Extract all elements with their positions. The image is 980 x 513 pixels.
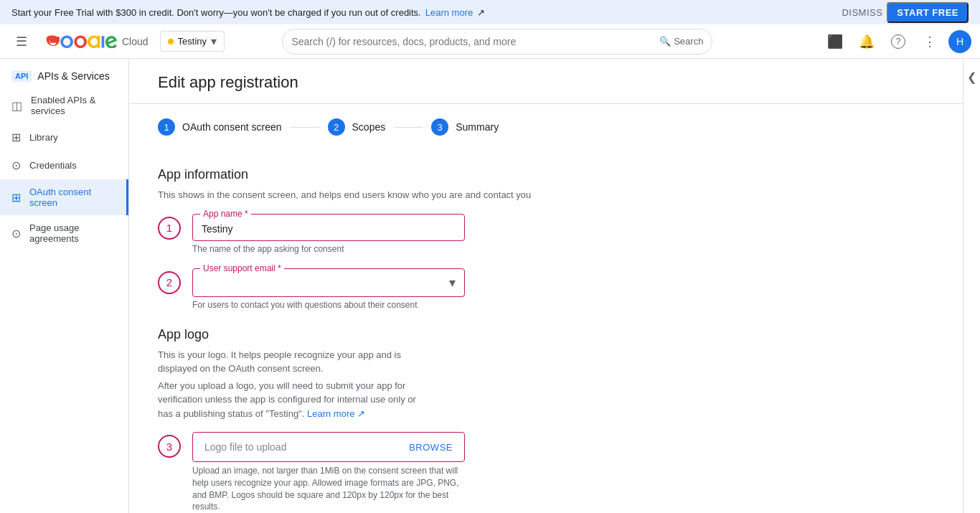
sidebar-item-label-enabled-apis: Enabled APIs & services	[31, 95, 117, 116]
right-collapse-button[interactable]: ❮	[963, 59, 980, 513]
step-2-circle: 2	[328, 118, 345, 136]
app-information-desc: This shows in the consent screen, and he…	[158, 188, 934, 202]
app-logo-desc-1: This is your logo. It helps people recog…	[158, 348, 430, 376]
browse-button[interactable]: BROWSE	[409, 442, 453, 453]
app-name-label: App name *	[200, 209, 251, 219]
logo-upload-container: Logo file to upload BROWSE	[192, 432, 465, 462]
search-icon: 🔍	[659, 36, 671, 47]
menu-button[interactable]: ☰	[9, 29, 34, 55]
field-step-3: 3	[158, 435, 181, 458]
step-1: 1 OAuth consent screen	[158, 118, 282, 136]
search-bar: 🔍 Search	[282, 29, 712, 55]
app-name-group: 1 App name * The name of the app asking …	[158, 214, 934, 254]
step-1-label: OAuth consent screen	[182, 121, 282, 133]
app-layout: API APIs & Services ◫ Enabled APIs & ser…	[0, 59, 980, 513]
step-2-label: Scopes	[352, 121, 386, 133]
step-divider-2	[394, 127, 423, 128]
app-name-input[interactable]	[202, 220, 456, 235]
page-usage-icon: ⊙	[11, 227, 21, 240]
app-name-hint: The name of the app asking for consent	[192, 244, 465, 254]
sidebar-item-enabled-apis[interactable]: ◫ Enabled APIs & services	[0, 88, 128, 123]
banner-external-icon: ↗	[477, 7, 485, 18]
upload-hint: Upload an image, not larger than 1MiB on…	[192, 465, 465, 513]
project-dropdown-icon: ▾	[211, 34, 217, 48]
banner-text: Start your Free Trial with $300 in credi…	[11, 7, 421, 18]
sidebar-title: APIs & Services	[37, 70, 109, 82]
stepper: 1 OAuth consent screen 2 Scopes 3 Summar…	[129, 104, 963, 150]
avatar[interactable]: H	[948, 30, 971, 53]
logo-upload-wrapper: Logo file to upload BROWSE Upload an ima…	[192, 432, 465, 513]
app-logo-title: App logo	[158, 327, 934, 342]
avatar-text: H	[956, 36, 963, 47]
step-3-label: Summary	[456, 121, 499, 133]
support-email-label: User support email *	[200, 263, 284, 273]
main-content: Edit app registration 1 OAuth consent sc…	[129, 59, 963, 513]
sidebar-item-library[interactable]: ⊞ Library	[0, 123, 128, 151]
google-cloud-logo[interactable]: Cloud	[40, 35, 149, 48]
dismiss-button[interactable]: DISMISS	[842, 7, 882, 18]
sidebar-item-oauth-consent[interactable]: ⊞ OAuth consent screen	[0, 179, 128, 215]
support-email-group: 2 User support email * ▾ For users to co…	[158, 268, 934, 310]
oauth-icon: ⊞	[11, 191, 21, 204]
sidebar-item-label-oauth: OAuth consent screen	[29, 187, 115, 208]
step-divider-1	[291, 127, 319, 128]
help-icon: ?	[891, 34, 905, 49]
project-name: Testiny	[178, 36, 207, 47]
page-title: Edit app registration	[158, 73, 934, 92]
upload-placeholder: Logo file to upload	[204, 441, 286, 453]
terminal-button[interactable]: ⬛	[822, 29, 848, 55]
hamburger-icon: ☰	[16, 34, 27, 50]
select-arrow-icon: ▾	[449, 275, 456, 291]
field-step-1: 1	[158, 217, 181, 240]
app-logo-desc: This is your logo. It helps people recog…	[158, 348, 430, 421]
search-button[interactable]: 🔍 Search	[659, 36, 703, 47]
sidebar-header: API APIs & Services	[0, 65, 128, 88]
sidebar-item-label-credentials: Credentials	[29, 160, 77, 171]
header-icons: ⬛ 🔔 ? ⋮ H	[822, 29, 971, 55]
app-logo-desc-2: After you upload a logo, you will need t…	[158, 379, 430, 421]
support-email-wrapper: User support email * ▾ For users to cont…	[192, 268, 465, 310]
support-email-select[interactable]	[202, 277, 449, 288]
app-name-container: App name *	[192, 214, 465, 241]
step-2: 2 Scopes	[328, 118, 386, 136]
google-logo-svg	[40, 35, 118, 48]
step-1-circle: 1	[158, 118, 175, 136]
header: ☰ Cloud Testiny ▾ 🔍 Search ⬛ 🔔 ?	[0, 24, 980, 59]
collapse-icon: ❮	[967, 70, 976, 84]
project-dot	[168, 39, 174, 44]
logo-learn-more[interactable]: Learn more ↗	[307, 408, 365, 419]
field-step-2: 2	[158, 271, 181, 294]
enabled-apis-icon: ◫	[11, 99, 22, 113]
bell-icon: 🔔	[859, 34, 875, 50]
project-selector[interactable]: Testiny ▾	[160, 31, 225, 52]
more-options-button[interactable]: ⋮	[917, 29, 943, 55]
step-3-circle: 3	[431, 118, 448, 136]
sidebar: API APIs & Services ◫ Enabled APIs & ser…	[0, 59, 129, 513]
search-input[interactable]	[291, 36, 654, 47]
credentials-icon: ⊙	[11, 159, 21, 172]
logo-upload-group: 3 Logo file to upload BROWSE Upload an i…	[158, 432, 934, 513]
sidebar-item-credentials[interactable]: ⊙ Credentials	[0, 151, 128, 179]
cloud-label: Cloud	[122, 36, 149, 47]
sidebar-item-page-usage[interactable]: ⊙ Page usage agreements	[0, 215, 128, 251]
search-label: Search	[674, 36, 703, 47]
notifications-button[interactable]: 🔔	[854, 29, 880, 55]
start-free-button[interactable]: START FREE	[887, 2, 969, 23]
top-banner: Start your Free Trial with $300 in credi…	[0, 0, 980, 24]
app-information-title: App information	[158, 167, 934, 182]
sidebar-item-label-library: Library	[29, 132, 58, 143]
help-button[interactable]: ?	[885, 29, 911, 55]
app-name-wrapper: App name * The name of the app asking fo…	[192, 214, 465, 254]
more-icon: ⋮	[923, 34, 936, 50]
step-3: 3 Summary	[431, 118, 499, 136]
form-content: App information This shows in the consen…	[129, 167, 963, 513]
api-badge: API	[11, 70, 32, 82]
banner-learn-more[interactable]: Learn more	[425, 7, 473, 18]
sidebar-item-label-page-usage: Page usage agreements	[29, 222, 117, 244]
support-email-container: User support email * ▾	[192, 268, 465, 297]
library-icon: ⊞	[11, 131, 21, 144]
page-header: Edit app registration	[129, 59, 963, 104]
support-email-hint: For users to contact you with questions …	[192, 300, 465, 310]
terminal-icon: ⬛	[827, 34, 843, 50]
